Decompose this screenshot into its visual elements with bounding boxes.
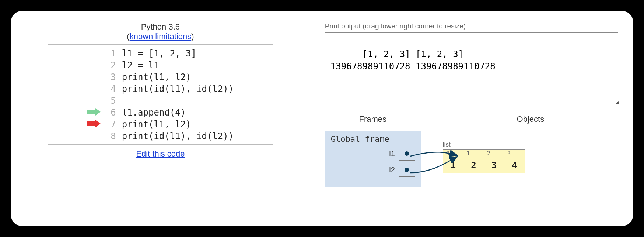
code-text [119, 95, 237, 107]
code-text: l1.append(4) [119, 107, 237, 118]
objects-heading: Objects [443, 114, 618, 124]
execution-arrow-cell [84, 48, 104, 59]
list-value: 4 [504, 158, 525, 173]
code-line[interactable]: 1l1 = [1, 2, 3] [84, 48, 237, 59]
code-line[interactable]: 4print(id(l1), id(l2)) [84, 83, 237, 95]
pointer-dot-icon [405, 151, 409, 156]
code-pane: Python 3.6 (known limitations) 1l1 = [1,… [26, 22, 310, 215]
execution-arrow-cell [84, 95, 104, 107]
code-text: print(l1, l2) [119, 71, 237, 83]
code-text: print(id(l1), id(l2)) [119, 130, 237, 142]
list-value: 1 [443, 158, 463, 173]
list-index: 2 [484, 149, 504, 158]
list-object: 0123 1234 [443, 149, 525, 173]
language-label: Python 3.6 [141, 22, 180, 31]
code-header: Python 3.6 (known limitations) [48, 22, 273, 45]
line-number: 5 [104, 95, 119, 107]
svg-marker-0 [87, 108, 101, 116]
frames-column: Frames Global frame l1l2 [325, 114, 421, 187]
line-number: 3 [104, 71, 119, 83]
resize-handle-icon[interactable]: ◢ [616, 98, 619, 106]
code-line[interactable]: 3print(l1, l2) [84, 71, 237, 83]
output-pane: Print output (drag lower right corner to… [310, 22, 618, 215]
code-text: print(id(l1), id(l2)) [119, 83, 237, 95]
code-text: l1 = [1, 2, 3] [119, 48, 237, 59]
pointer-dot-icon [405, 168, 409, 172]
execution-arrow-cell [84, 107, 104, 118]
code-line[interactable]: 2l2 = l1 [84, 59, 237, 71]
line-number: 2 [104, 59, 119, 71]
prev-line-arrow-icon [87, 108, 101, 116]
output-box[interactable]: [1, 2, 3] [1, 2, 3] 139678989110728 1396… [325, 32, 618, 101]
code-line[interactable]: 7print(l1, l2) [84, 118, 237, 130]
code-listing: 1l1 = [1, 2, 3]2l2 = l13print(l1, l2)4pr… [84, 48, 237, 142]
variable-name: l2 [389, 166, 395, 174]
line-number: 7 [104, 118, 119, 130]
line-number: 8 [104, 130, 119, 142]
output-text: [1, 2, 3] [1, 2, 3] 139678989110728 1396… [330, 49, 496, 72]
visualizer-card: Python 3.6 (known limitations) 1l1 = [1,… [11, 11, 633, 226]
output-label: Print output (drag lower right corner to… [325, 22, 618, 30]
variable-row: l2 [331, 164, 415, 177]
svg-marker-1 [87, 120, 101, 127]
known-limitations-link[interactable]: known limitations [130, 32, 192, 41]
code-line[interactable]: 6l1.append(4) [84, 107, 237, 118]
execution-arrow-cell [84, 130, 104, 142]
global-frame: Global frame l1l2 [325, 131, 421, 187]
next-line-arrow-icon [87, 120, 101, 127]
variable-name: l1 [389, 150, 395, 158]
frames-objects-viz: Frames Global frame l1l2 Objects list 01… [325, 114, 618, 187]
variable-pointer-box [399, 147, 415, 161]
objects-column: Objects list 0123 1234 [443, 114, 618, 187]
list-value: 2 [463, 158, 484, 173]
line-number: 6 [104, 107, 119, 118]
list-index: 3 [504, 149, 525, 158]
frames-heading: Frames [325, 114, 421, 124]
code-text: l2 = l1 [119, 59, 237, 71]
edit-code-link[interactable]: Edit this code [136, 149, 185, 158]
variable-row: l1 [331, 147, 415, 161]
code-text: print(l1, l2) [119, 118, 237, 130]
code-footer: Edit this code [48, 144, 273, 159]
line-number: 4 [104, 83, 119, 95]
execution-arrow-cell [84, 59, 104, 71]
list-index: 0 [443, 149, 463, 158]
execution-arrow-cell [84, 71, 104, 83]
variable-pointer-box [399, 164, 415, 177]
list-type-label: list [443, 141, 618, 148]
execution-arrow-cell [84, 83, 104, 95]
list-value: 3 [484, 158, 504, 173]
execution-arrow-cell [84, 118, 104, 130]
list-index: 1 [463, 149, 484, 158]
code-line[interactable]: 5 [84, 95, 237, 107]
code-line[interactable]: 8print(id(l1), id(l2)) [84, 130, 237, 142]
line-number: 1 [104, 48, 119, 59]
global-frame-title: Global frame [331, 134, 415, 144]
